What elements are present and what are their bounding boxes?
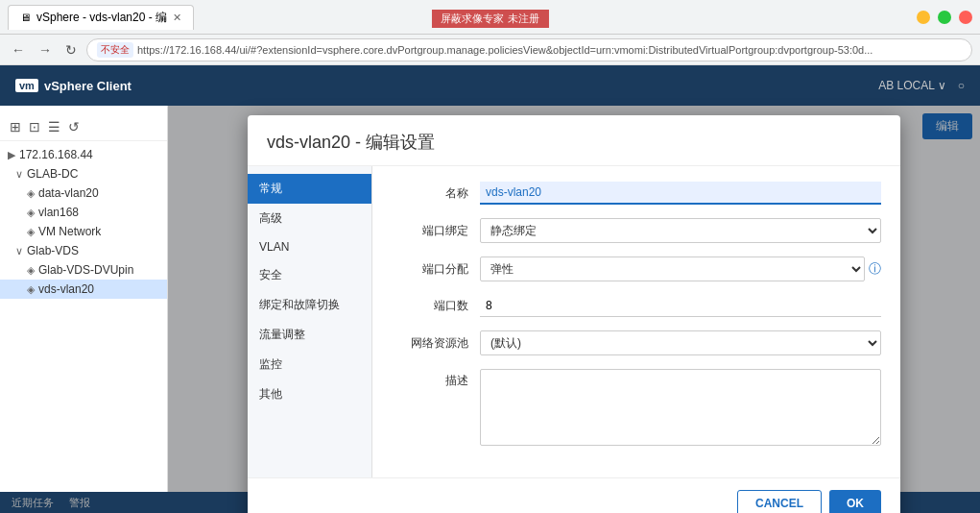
browser-tab[interactable]: 🖥 vSphere - vds-vlan20 - 编 ✕ xyxy=(8,5,194,30)
vm-icon: vm xyxy=(15,79,38,92)
network-resource-label: 网络资源池 xyxy=(392,335,468,352)
tree-expand-icon: ∨ xyxy=(15,168,23,181)
sidebar-item-label: vlan168 xyxy=(38,206,79,219)
sidebar-item-label: data-vlan20 xyxy=(38,186,99,200)
sidebar-item-vlan168[interactable]: ◈ vlan168 xyxy=(0,203,167,222)
sidebar-btn-2[interactable]: ⊡ xyxy=(27,117,42,136)
sidebar-item-data-vlan20[interactable]: ◈ data-vlan20 xyxy=(0,183,167,203)
port-count-input[interactable] xyxy=(480,295,881,317)
sidebar-item-vds-vlan20[interactable]: ◈ vds-vlan20 xyxy=(0,280,167,299)
network-icon: ◈ xyxy=(27,187,35,200)
network-icon: ◈ xyxy=(27,283,35,296)
address-bar[interactable]: 不安全 https://172.16.168.44/ui/#?extension… xyxy=(86,38,972,61)
name-input[interactable] xyxy=(480,182,881,205)
network-resource-select[interactable]: (默认) xyxy=(480,330,881,355)
sidebar-item-ip-root[interactable]: ▶ 172.16.168.44 xyxy=(0,145,167,164)
description-textarea[interactable] xyxy=(480,369,881,446)
ok-button[interactable]: OK xyxy=(829,490,881,513)
nav-reload-btn[interactable]: ↻ xyxy=(61,40,81,60)
network-icon: ◈ xyxy=(27,226,35,238)
dialog-nav-item-vlan[interactable]: VLAN xyxy=(248,233,371,260)
form-row-port-count: 端口数 xyxy=(392,295,881,317)
sidebar-btn-3[interactable]: ☰ xyxy=(46,117,62,136)
port-allocation-select[interactable]: 弹性 xyxy=(480,256,865,281)
network-resource-field: (默认) xyxy=(480,330,881,355)
cancel-button[interactable]: CANCEL xyxy=(737,490,822,513)
dialog-body: 常规 高级 VLAN 安全 绑定和故障切换 流量调整 监控 其他 xyxy=(248,166,900,477)
port-binding-select[interactable]: 静态绑定 xyxy=(480,218,881,243)
sidebar-btn-1[interactable]: ⊞ xyxy=(8,117,23,136)
sidebar: ⊞ ⊡ ☰ ↺ ▶ 172.16.168.44 ∨ GLAB-DC ◈ data… xyxy=(0,106,168,492)
sidebar-item-label: Glab-VDS-DVUpin xyxy=(38,263,133,277)
form-row-description: 描述 xyxy=(392,369,881,449)
sidebar-item-glab-vds-dvupin[interactable]: ◈ Glab-VDS-DVUpin xyxy=(0,260,167,280)
address-text: https://172.16.168.44/ui/#?extensionId=v… xyxy=(137,44,962,56)
dialog-nav-item-monitor[interactable]: 监控 xyxy=(248,350,371,379)
insecure-badge: 不安全 xyxy=(97,42,133,58)
dialog-nav: 常规 高级 VLAN 安全 绑定和故障切换 流量调整 监控 其他 xyxy=(248,166,372,477)
sidebar-item-label: GLAB-DC xyxy=(27,167,78,181)
sidebar-item-vm-network[interactable]: ◈ VM Network xyxy=(0,222,167,241)
sidebar-item-glab-vds[interactable]: ∨ Glab-VDS xyxy=(0,241,167,260)
sidebar-item-label: vds-vlan20 xyxy=(38,282,94,296)
browser-close-btn[interactable] xyxy=(959,11,972,24)
sidebar-toolbar: ⊞ ⊡ ☰ ↺ xyxy=(0,113,167,141)
port-count-field xyxy=(480,295,881,317)
tab-close-icon[interactable]: ✕ xyxy=(173,12,181,24)
network-icon: ◈ xyxy=(27,207,35,219)
sidebar-item-glab-dc[interactable]: ∨ GLAB-DC xyxy=(0,164,167,183)
content-area: 编辑 vds-vlan20 - 编辑设置 常规 高级 VLAN xyxy=(168,106,980,492)
dialog-nav-item-security[interactable]: 安全 xyxy=(248,260,371,290)
sidebar-item-label: 172.16.168.44 xyxy=(19,148,93,161)
form-row-network-resource: 网络资源池 (默认) xyxy=(392,330,881,355)
dialog-nav-item-advanced[interactable]: 高级 xyxy=(248,204,371,233)
nav-forward-btn[interactable]: → xyxy=(35,40,56,60)
app-logo: vm vSphere Client xyxy=(15,79,131,93)
dialog-form-content: 名称 端口绑定 静态绑定 xyxy=(372,166,900,477)
dialog-title: vds-vlan20 - 编辑设置 xyxy=(267,131,881,154)
dialog-footer: CANCEL OK xyxy=(248,477,900,513)
dialog-nav-item-general[interactable]: 常规 xyxy=(248,174,371,204)
description-field xyxy=(480,369,881,449)
name-label: 名称 xyxy=(392,185,468,202)
dialog-header: vds-vlan20 - 编辑设置 xyxy=(248,115,900,166)
info-icon[interactable]: ⓘ xyxy=(869,260,881,278)
top-nav: vm vSphere Client AB LOCAL ∨ ○ xyxy=(0,65,980,106)
network-icon: ◈ xyxy=(27,264,35,277)
nav-back-btn[interactable]: ← xyxy=(8,40,29,60)
tree-expand-icon: ∨ xyxy=(15,245,23,257)
user-icon[interactable]: ○ xyxy=(958,79,965,92)
app-name: vSphere Client xyxy=(44,79,131,93)
tab-favicon: 🖥 xyxy=(20,12,31,23)
description-label: 描述 xyxy=(392,369,468,389)
dialog-overlay: vds-vlan20 - 编辑设置 常规 高级 VLAN 安全 绑定和故障切换 … xyxy=(168,106,980,492)
dialog: vds-vlan20 - 编辑设置 常规 高级 VLAN 安全 绑定和故障切换 … xyxy=(248,115,900,513)
dialog-nav-item-binding[interactable]: 绑定和故障切换 xyxy=(248,290,371,320)
form-row-port-allocation: 端口分配 弹性 ⓘ xyxy=(392,256,881,281)
browser-minimize-btn[interactable] xyxy=(917,11,930,24)
location-label: AB LOCAL ∨ xyxy=(878,79,946,92)
sidebar-btn-4[interactable]: ↺ xyxy=(66,117,82,136)
form-row-name: 名称 xyxy=(392,182,881,205)
dialog-nav-item-other[interactable]: 其他 xyxy=(248,379,371,409)
status-alerts[interactable]: 警报 xyxy=(69,496,90,510)
tree-expand-icon: ▶ xyxy=(8,149,15,161)
sidebar-item-label: VM Network xyxy=(38,225,101,238)
form-row-port-binding: 端口绑定 静态绑定 xyxy=(392,218,881,243)
browser-maximize-btn[interactable] xyxy=(938,11,951,24)
port-allocation-label: 端口分配 xyxy=(392,261,468,278)
browser-tab-bar: 🖥 vSphere - vds-vlan20 - 编 ✕ xyxy=(0,0,980,35)
name-field xyxy=(480,182,881,205)
port-allocation-field: 弹性 ⓘ xyxy=(480,256,881,281)
sidebar-item-label: Glab-VDS xyxy=(27,244,79,257)
port-binding-field: 静态绑定 xyxy=(480,218,881,243)
address-bar-row: ← → ↻ 不安全 https://172.16.168.44/ui/#?ext… xyxy=(0,35,980,65)
port-count-label: 端口数 xyxy=(392,298,468,314)
dialog-nav-item-traffic[interactable]: 流量调整 xyxy=(248,320,371,350)
tab-title: vSphere - vds-vlan20 - 编 xyxy=(36,10,167,26)
port-binding-label: 端口绑定 xyxy=(392,223,468,239)
status-recent-tasks[interactable]: 近期任务 xyxy=(12,496,54,510)
